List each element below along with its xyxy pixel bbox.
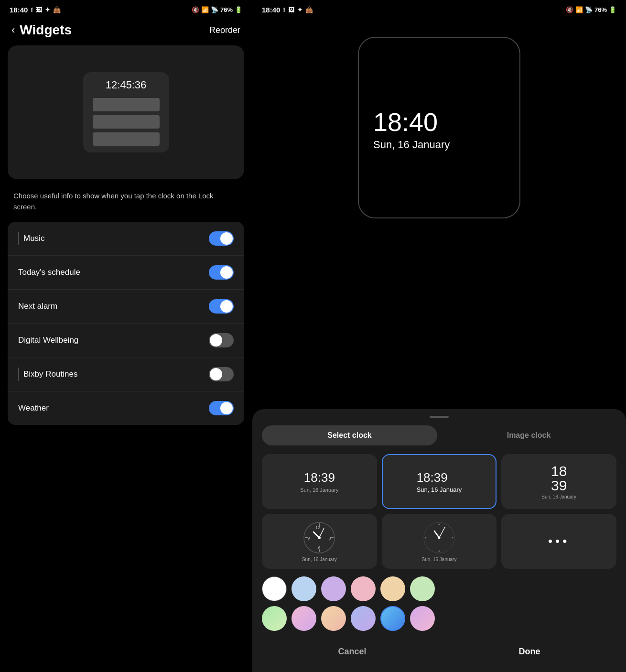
weather-toggle[interactable] xyxy=(209,401,234,415)
bixby-divider xyxy=(18,368,19,381)
swatch-pink[interactable] xyxy=(351,576,376,601)
left-panel: 18:40 f 🖼 ✦ 👜 🔇 📶 📡 76% 🔋 ‹ Widgets Reor… xyxy=(0,0,252,672)
header-left: ‹ Widgets xyxy=(11,22,72,38)
right-status-left: 18:40 f 🖼 ✦ 👜 xyxy=(262,6,313,14)
svg-point-14 xyxy=(452,537,453,539)
swatch-blue-light[interactable] xyxy=(291,576,316,601)
more-dots: ••• xyxy=(548,534,570,549)
toggle-item-music: Music xyxy=(8,222,244,256)
clock-option-4[interactable]: 12 3 6 9 Sun, 16 January xyxy=(262,514,377,569)
weather-toggle-knob xyxy=(220,402,233,414)
clock-option-5[interactable]: Sun, 16 January xyxy=(382,514,497,569)
swatch-grad-pink[interactable] xyxy=(291,606,316,631)
left-status-bar: 18:40 f 🖼 ✦ 👜 🔇 📶 📡 76% 🔋 xyxy=(0,0,252,18)
phone-frame: 18:40 Sun, 16 January xyxy=(358,37,520,218)
fb-icon: f xyxy=(31,6,32,13)
swatch-grad-cyan[interactable] xyxy=(380,606,405,631)
left-time: 18:40 xyxy=(10,6,28,14)
right-signal-icon: 📡 xyxy=(585,6,593,13)
widget-mock: 12:45:36 xyxy=(83,72,169,152)
wellbeing-toggle-knob xyxy=(210,334,222,347)
right-wifi-icon: 📶 xyxy=(575,6,583,13)
right-star-icon: ✦ xyxy=(297,6,302,13)
action-row: Cancel Done xyxy=(262,636,616,662)
swatch-grad-blue[interactable] xyxy=(351,606,376,631)
svg-point-15 xyxy=(438,551,440,552)
mute-icon: 🔇 xyxy=(192,6,199,13)
svg-point-11 xyxy=(318,536,321,539)
right-battery-text: 76% xyxy=(594,6,607,13)
clock3-hour: 18 xyxy=(551,464,567,478)
music-label: Music xyxy=(23,234,44,243)
clock4-date: Sun, 16 January xyxy=(302,557,337,562)
left-status-right: 🔇 📶 📡 76% 🔋 xyxy=(192,6,242,13)
phone-preview-area: 18:40 Sun, 16 January xyxy=(252,18,626,409)
wellbeing-toggle[interactable] xyxy=(209,333,234,347)
description-text: Choose useful info to show when you tap … xyxy=(0,189,252,222)
svg-point-13 xyxy=(438,524,440,525)
clock-option-more[interactable]: ••• xyxy=(501,514,616,569)
swatch-green[interactable] xyxy=(410,576,435,601)
widget-bar-3 xyxy=(93,132,160,146)
page-header: ‹ Widgets Reorder xyxy=(0,18,252,45)
analog-clock-1: 12 3 6 9 xyxy=(302,520,336,555)
sheet-handle xyxy=(430,416,449,418)
clock3-min: 39 xyxy=(551,477,567,493)
clock-option-1[interactable]: 18:39 Sun, 16 January xyxy=(262,454,377,509)
swatch-grad-lavender[interactable] xyxy=(410,606,435,631)
cancel-button[interactable]: Cancel xyxy=(319,643,385,661)
tab-image-clock[interactable]: Image clock xyxy=(441,425,616,445)
widget-bar-1 xyxy=(93,98,160,111)
clock-option-3[interactable]: 18 39 Sun, 16 January xyxy=(501,454,616,509)
bixby-toggle[interactable] xyxy=(209,367,234,381)
reorder-button[interactable]: Reorder xyxy=(209,25,240,35)
right-battery-icon: 🔋 xyxy=(609,6,616,13)
bottom-sheet: Select clock Image clock 18:39 Sun, 16 J… xyxy=(252,409,626,672)
svg-text:6: 6 xyxy=(318,545,321,550)
svg-text:9: 9 xyxy=(308,536,310,541)
right-fb-icon: f xyxy=(283,6,285,13)
svg-point-16 xyxy=(425,537,426,539)
schedule-toggle[interactable] xyxy=(209,265,234,280)
svg-text:3: 3 xyxy=(329,536,331,541)
svg-text:12: 12 xyxy=(315,525,320,530)
clock1-date: Sun, 16 January xyxy=(300,487,338,493)
battery-icon: 🔋 xyxy=(235,6,242,13)
music-toggle[interactable] xyxy=(209,231,234,246)
swatch-white[interactable] xyxy=(262,576,287,601)
tab-select-clock[interactable]: Select clock xyxy=(262,425,437,445)
swatch-peach[interactable] xyxy=(380,576,405,601)
star-icon: ✦ xyxy=(45,6,50,13)
clock-grid: 18:39 Sun, 16 January 18:39 Sun, 16 Janu… xyxy=(262,454,616,569)
clock1-time: 18:39 xyxy=(304,470,335,485)
alarm-toggle[interactable] xyxy=(209,299,234,314)
swatch-purple[interactable] xyxy=(321,576,346,601)
music-divider xyxy=(18,232,19,245)
swatch-grad-green[interactable] xyxy=(262,606,287,631)
page-title: Widgets xyxy=(20,22,72,38)
clock5-date: Sun, 16 January xyxy=(422,557,457,562)
music-toggle-knob xyxy=(220,232,233,245)
bixby-label: Bixby Routines xyxy=(23,369,77,379)
right-status-bar: 18:40 f 🖼 ✦ 👜 🔇 📶 📡 76% 🔋 xyxy=(252,0,626,18)
widget-bar-2 xyxy=(93,115,160,129)
svg-line-17 xyxy=(434,531,439,538)
toggle-item-weather: Weather xyxy=(8,391,244,425)
right-mute-icon: 🔇 xyxy=(566,6,573,13)
schedule-label: Today's schedule xyxy=(18,268,80,277)
bixby-toggle-knob xyxy=(210,368,222,380)
right-time: 18:40 xyxy=(262,6,280,14)
done-button[interactable]: Done xyxy=(500,643,560,661)
swatch-grad-peach[interactable] xyxy=(321,606,346,631)
widget-time: 12:45:36 xyxy=(93,79,160,91)
wallet-icon: 👜 xyxy=(53,6,61,13)
clock2-date: Sun, 16 January xyxy=(417,486,462,493)
img-icon: 🖼 xyxy=(36,6,42,13)
svg-line-18 xyxy=(439,527,445,538)
back-button[interactable]: ‹ xyxy=(11,24,15,36)
clock-option-2[interactable]: 18:39 Sun, 16 January xyxy=(382,454,497,509)
toggle-item-bixby: Bixby Routines xyxy=(8,358,244,391)
analog-clock-2 xyxy=(422,520,456,555)
toggle-item-schedule: Today's schedule xyxy=(8,256,244,290)
right-panel: 18:40 f 🖼 ✦ 👜 🔇 📶 📡 76% 🔋 18:40 Sun, 16 … xyxy=(252,0,626,672)
